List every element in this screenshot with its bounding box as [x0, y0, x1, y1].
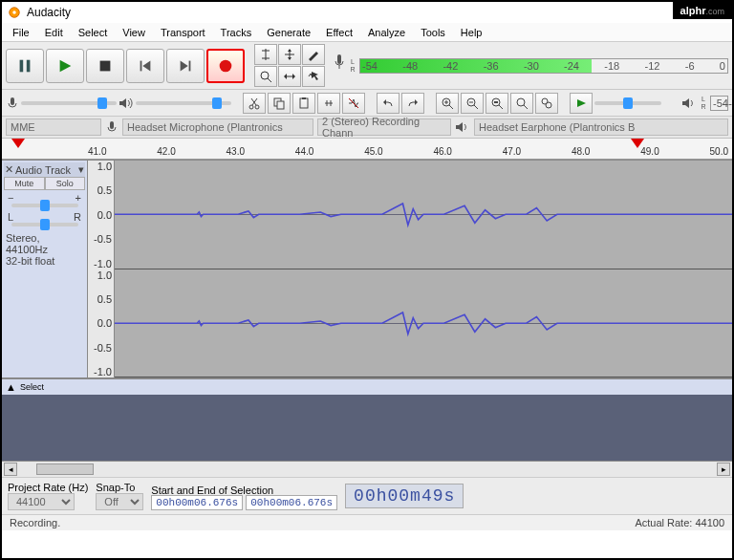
quick-play-start-marker[interactable]: [11, 139, 25, 148]
multi-tool[interactable]: [302, 66, 325, 87]
speaker-icon: [119, 97, 134, 110]
svg-marker-45: [456, 122, 463, 132]
solo-button[interactable]: Solo: [45, 177, 86, 190]
audio-position-field[interactable]: 00h00m49s: [345, 484, 464, 508]
menu-select[interactable]: Select: [72, 25, 115, 40]
meter-lr-play: LR: [699, 96, 708, 111]
project-rate-label: Project Rate (Hz): [8, 482, 88, 493]
pan-slider[interactable]: [11, 223, 78, 226]
mic-icon: [333, 52, 346, 80]
app-icon: [8, 6, 21, 19]
redo-button[interactable]: [401, 93, 424, 114]
menu-effect[interactable]: Effect: [319, 25, 359, 40]
actual-rate: Actual Rate: 44100: [635, 517, 724, 528]
snap-to-label: Snap-To: [96, 482, 143, 493]
svg-point-41: [546, 102, 551, 108]
menu-file[interactable]: File: [6, 25, 36, 40]
svg-point-10: [220, 59, 232, 72]
audio-host-combo[interactable]: MME: [6, 118, 101, 136]
record-button[interactable]: [206, 49, 245, 83]
zoom-out-button[interactable]: [461, 93, 484, 114]
waveform-left[interactable]: [115, 161, 732, 269]
empty-track-area[interactable]: [2, 395, 732, 462]
recording-meter[interactable]: -54-48-42-36-30-24-18-12-60: [359, 58, 728, 74]
svg-point-22: [249, 105, 253, 109]
scroll-right[interactable]: ▸: [717, 463, 730, 476]
zoom-in-button[interactable]: [436, 93, 459, 114]
svg-marker-7: [142, 60, 150, 71]
play-button[interactable]: [46, 49, 84, 83]
svg-marker-15: [284, 74, 287, 79]
copy-button[interactable]: [268, 93, 291, 114]
svg-marker-8: [181, 60, 188, 71]
play-speed-slider[interactable]: [594, 101, 661, 105]
recording-channels-combo[interactable]: 2 (Stereo) Recording Chann: [317, 118, 451, 136]
svg-line-39: [524, 105, 528, 109]
svg-marker-17: [312, 72, 318, 80]
snap-to-combo[interactable]: Off: [96, 493, 143, 510]
mic-icon-3: [105, 120, 119, 134]
svg-rect-44: [110, 121, 114, 129]
track-name[interactable]: Audio Track: [15, 164, 76, 176]
svg-point-38: [517, 98, 525, 106]
skip-start-button[interactable]: [126, 49, 164, 83]
scroll-left[interactable]: ◂: [4, 463, 17, 476]
undo-button[interactable]: [377, 93, 399, 114]
menu-tools[interactable]: Tools: [414, 25, 452, 40]
collapse-button[interactable]: ▲: [6, 381, 16, 393]
menu-bar: File Edit Select View Transport Tracks G…: [2, 23, 732, 42]
fit-project-button[interactable]: [510, 93, 533, 114]
play-at-speed-button[interactable]: [570, 93, 593, 114]
svg-rect-20: [11, 97, 14, 105]
waveform-right[interactable]: [115, 269, 732, 378]
recording-device-combo[interactable]: Headset Microphone (Plantronics: [122, 118, 313, 136]
svg-marker-11: [288, 49, 291, 52]
selection-tool[interactable]: [254, 44, 277, 65]
horizontal-scrollbar[interactable]: ◂ ▸: [2, 462, 732, 477]
mute-button[interactable]: Mute: [4, 177, 45, 190]
waveform-display[interactable]: [115, 161, 732, 377]
menu-tracks[interactable]: Tracks: [214, 25, 259, 40]
pause-button[interactable]: [6, 49, 44, 83]
fit-selection-button[interactable]: [486, 93, 508, 114]
svg-point-23: [255, 105, 259, 109]
menu-analyze[interactable]: Analyze: [361, 25, 412, 40]
zoom-tool[interactable]: [254, 66, 277, 87]
trim-button[interactable]: [317, 93, 340, 114]
silence-button[interactable]: [342, 93, 365, 114]
vertical-scale[interactable]: 1.00.50.0-0.5-1.0 1.00.50.0-0.5-1.0: [88, 161, 115, 377]
svg-marker-16: [292, 74, 295, 79]
select-track-button[interactable]: Select: [20, 382, 68, 392]
gain-slider[interactable]: [11, 204, 78, 207]
svg-marker-42: [577, 99, 586, 107]
cut-button[interactable]: [243, 93, 266, 114]
skip-end-button[interactable]: [166, 49, 205, 83]
menu-help[interactable]: Help: [454, 25, 489, 40]
playback-volume-slider[interactable]: [136, 101, 231, 105]
track-menu-dropdown[interactable]: ▾: [78, 163, 84, 176]
menu-transport[interactable]: Transport: [154, 25, 212, 40]
playback-meter[interactable]: -54-48-42-36-30-24-18-12-60: [710, 96, 728, 111]
timeline-ruler[interactable]: 41.042.043.044.045.046.047.048.049.050.0: [2, 139, 732, 160]
stop-button[interactable]: [86, 49, 124, 83]
track-control-panel[interactable]: ✕ Audio Track ▾ Mute Solo −+ LR Stereo, …: [2, 161, 88, 377]
menu-view[interactable]: View: [116, 25, 152, 40]
paste-button[interactable]: [292, 93, 315, 114]
svg-marker-21: [119, 98, 126, 108]
close-track-button[interactable]: ✕: [5, 163, 13, 176]
selection-start-field[interactable]: 00h00m06.676s: [151, 495, 243, 510]
project-rate-combo[interactable]: 44100: [8, 493, 75, 510]
status-text: Recording.: [10, 517, 60, 528]
svg-point-13: [261, 72, 269, 79]
recording-volume-slider[interactable]: [21, 101, 117, 105]
svg-rect-3: [27, 59, 31, 72]
playback-device-combo[interactable]: Headset Earphone (Plantronics B: [474, 118, 728, 136]
draw-tool[interactable]: [302, 44, 325, 65]
zoom-toggle-button[interactable]: [535, 93, 558, 114]
selection-end-field[interactable]: 00h00m06.676s: [246, 495, 337, 510]
mic-icon-2: [6, 97, 19, 110]
envelope-tool[interactable]: [278, 44, 301, 65]
timeshift-tool[interactable]: [278, 66, 301, 87]
menu-edit[interactable]: Edit: [38, 25, 70, 40]
menu-generate[interactable]: Generate: [260, 25, 317, 40]
